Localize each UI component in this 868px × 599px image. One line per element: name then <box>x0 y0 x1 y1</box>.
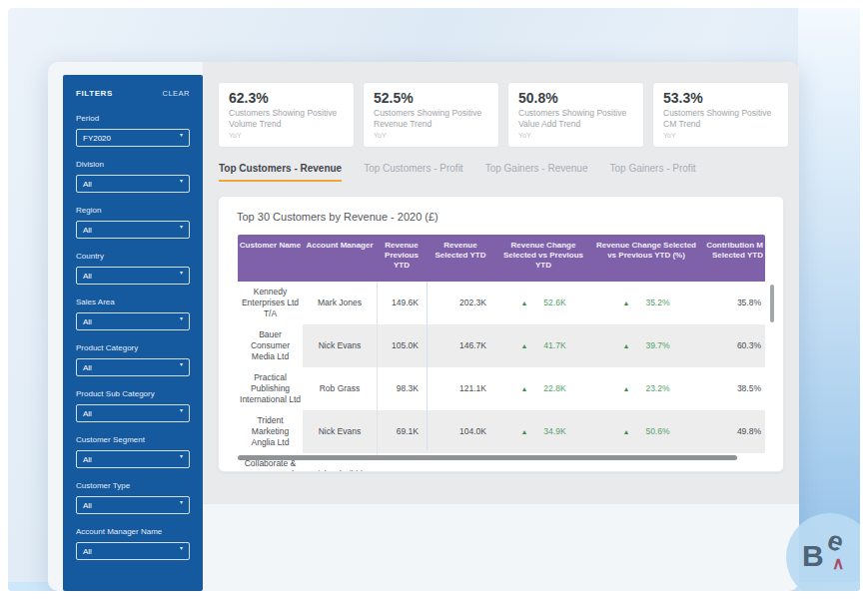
kpi-card: 62.3% Customers Showing Positive Volume … <box>218 82 355 148</box>
filters-title: FILTERS <box>76 89 113 98</box>
kpi-value: 50.8% <box>518 90 633 106</box>
table-row[interactable]: Trident Marketing Anglia Ltd Nick Evans … <box>238 410 765 453</box>
cell-account-manager: Nick Evans <box>303 410 377 453</box>
column-header-account-manager[interactable]: Account Manager <box>303 235 377 282</box>
kpi-value: 62.3% <box>229 90 344 106</box>
filter-selected-value: All <box>83 317 92 326</box>
column-header-revenue-selected-ytd[interactable]: Revenue Selected YTD <box>427 235 494 282</box>
filter-selected-value: All <box>83 363 92 372</box>
table-region: Customer Name Account Manager Revenue Pr… <box>238 235 765 464</box>
table-row[interactable]: Kennedy Enterprises Ltd T/A Mark Jones 1… <box>238 282 765 324</box>
cell-revenue-change: ▲ 34.9K <box>494 410 592 453</box>
revenue-change-value: 22.8K <box>543 383 565 394</box>
tab[interactable]: Top Customers - Revenue <box>219 163 342 182</box>
trend-up-icon: ▲ <box>622 298 629 308</box>
filter-selected-value: All <box>83 272 92 281</box>
logo-chevron-icon: ∧ <box>832 553 844 574</box>
cell-contribution-margin: 49.8% <box>700 410 765 453</box>
vertical-scrollbar[interactable] <box>770 285 774 322</box>
cell-contribution-margin: 60.3% <box>700 324 765 367</box>
filter-selected-value: FY2020 <box>83 134 111 143</box>
tab[interactable]: Top Gainers - Profit <box>610 163 696 182</box>
filter-dropdown[interactable]: All ▾ <box>76 312 190 330</box>
filter-selected-value: All <box>83 547 92 556</box>
column-header-revenue-change[interactable]: Revenue Change Selected vs Previous YTD <box>494 235 592 282</box>
cell-contribution-margin: 38.5% <box>700 367 765 410</box>
column-header-contribution-margin[interactable]: Contribution M Selected YTD <box>700 235 765 282</box>
column-header-customer-name[interactable]: Customer Name <box>238 235 303 282</box>
cell-customer-name: Kennedy Enterprises Ltd T/A <box>238 282 303 324</box>
cell-account-manager: Rob Grass <box>303 367 377 410</box>
revenue-change-value: 41.7K <box>543 340 565 351</box>
horizontal-scrollbar[interactable] <box>238 455 737 460</box>
kpi-label: Customers Showing Positive Revenue Trend <box>374 108 488 130</box>
filter-dropdown[interactable]: All ▾ <box>76 175 190 193</box>
tab[interactable]: Top Customers - Profit <box>364 163 462 182</box>
cell-revenue-selected-ytd: 121.1K <box>427 367 494 410</box>
chevron-down-icon: ▾ <box>180 545 183 551</box>
cell-revenue-change: ▲ 41.7K <box>494 324 592 367</box>
filter-label: Product Category <box>76 343 190 353</box>
filter-group: Region All ▾ <box>76 206 190 239</box>
cell-revenue-selected-ytd: 104.0K <box>427 410 494 453</box>
filter-dropdown[interactable]: All ▾ <box>76 496 190 514</box>
chevron-down-icon: ▾ <box>180 315 183 321</box>
table-row[interactable]: Bauer Consumer Media Ltd Nick Evans 105.… <box>238 324 765 367</box>
filters-sidebar: FILTERS CLEAR Period FY2020 ▾ Division <box>63 75 203 591</box>
cell-revenue-change-pct: ▲ 50.6% <box>592 410 700 453</box>
trend-up-icon: ▲ <box>618 469 625 472</box>
cell-account-manager: Nick Evans <box>303 324 377 367</box>
trend-up-icon: ▲ <box>622 426 629 437</box>
filter-dropdown[interactable]: All ▾ <box>76 542 190 560</box>
filter-group: Division All ▾ <box>76 160 190 193</box>
filter-dropdown[interactable]: All ▾ <box>76 404 190 422</box>
clear-filters-button[interactable]: CLEAR <box>162 89 190 98</box>
kpi-period: YoY <box>518 132 633 139</box>
tab-label: Top Gainers - Revenue <box>485 163 588 174</box>
tab-label: Top Gainers - Profit <box>610 163 696 174</box>
filter-dropdown[interactable]: FY2020 ▾ <box>76 129 190 147</box>
top-customers-table-card: Top 30 Customers by Revenue - 2020 (£) C… <box>218 196 784 472</box>
frozen-column-divider <box>427 282 428 450</box>
filter-selected-value: All <box>83 501 92 510</box>
cell-account-manager: Mark Jones <box>303 282 377 324</box>
chevron-down-icon: ▾ <box>180 499 183 505</box>
filter-dropdown[interactable]: All ▾ <box>76 358 190 376</box>
kpi-period: YoY <box>663 132 778 139</box>
filter-dropdown[interactable]: All ▾ <box>76 221 190 239</box>
app-window: FILTERS CLEAR Period FY2020 ▾ Division <box>48 62 799 591</box>
revenue-change-pct-value: 23.2% <box>645 383 669 394</box>
cell-revenue-selected-ytd: 202.3K <box>427 282 494 324</box>
filter-label: Sales Area <box>76 298 190 307</box>
kpi-card: 53.3% Customers Showing Positive CM Tren… <box>652 82 789 148</box>
filter-selected-value: All <box>83 409 92 418</box>
kpi-card: 50.8% Customers Showing Positive Value A… <box>507 82 644 148</box>
column-header-revenue-change-pct[interactable]: Revenue Change Selected vs Previous YTD … <box>592 235 700 282</box>
table-title: Top 30 Customers by Revenue - 2020 (£) <box>219 197 783 235</box>
filter-group: Product Category All ▾ <box>76 343 190 376</box>
chevron-down-icon: ▾ <box>180 270 183 276</box>
sidebar-header: FILTERS CLEAR <box>76 89 190 98</box>
kpi-period: YoY <box>229 132 344 139</box>
filter-group: Period FY2020 ▾ <box>76 114 190 147</box>
chevron-down-icon: ▾ <box>180 224 183 230</box>
column-header-revenue-previous-ytd[interactable]: Revenue Previous YTD <box>377 235 427 282</box>
filter-group: Sales Area All ▾ <box>76 298 190 330</box>
cell-revenue-change-pct: ▲ 35.2% <box>592 282 700 324</box>
cell-revenue-selected-ytd: 146.7K <box>427 324 494 367</box>
filter-dropdown[interactable]: All ▾ <box>76 267 190 285</box>
cell-contribution-margin: 35.8% <box>700 282 765 324</box>
filter-label: Product Sub Category <box>76 389 190 399</box>
cell-customer-name: Bauer Consumer Media Ltd <box>238 324 303 367</box>
kpi-label: Customers Showing Positive Volume Trend <box>229 108 344 130</box>
table-row[interactable]: Practical Publishing International Ltd R… <box>238 367 765 410</box>
tab[interactable]: Top Gainers - Revenue <box>485 163 588 182</box>
cell-revenue-change: ▲ 52.6K <box>494 282 592 324</box>
page-background: FILTERS CLEAR Period FY2020 ▾ Division <box>0 0 868 599</box>
tab-label: Top Customers - Profit <box>364 163 462 174</box>
cell-revenue-change: ▲ 22.8K <box>494 367 592 410</box>
revenue-change-value: 52.6K <box>543 298 565 308</box>
filter-dropdown[interactable]: All ▾ <box>76 450 190 468</box>
column-divider <box>377 282 378 460</box>
filter-selected-value: All <box>83 226 92 235</box>
